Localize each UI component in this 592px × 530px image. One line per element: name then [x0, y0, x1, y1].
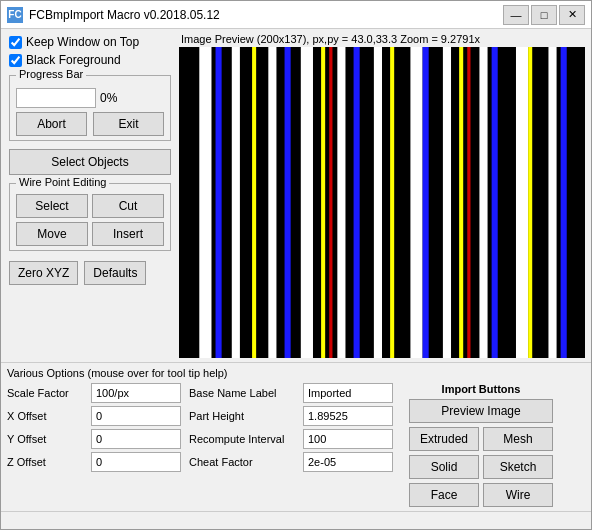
keep-window-checkbox[interactable] [9, 36, 22, 49]
abort-exit-row: Abort Exit [16, 112, 164, 136]
black-foreground-row: Black Foreground [9, 53, 171, 67]
preview-svg [179, 47, 585, 358]
recompute-input[interactable] [303, 429, 393, 449]
preview-image-button[interactable]: Preview Image [409, 399, 553, 423]
import-title: Import Buttons [409, 383, 553, 395]
cheat-factor-input[interactable] [303, 452, 393, 472]
base-name-input[interactable] [303, 383, 393, 403]
options-label: Various Options (mouse over for tool tip… [7, 367, 585, 379]
progress-percent: 0% [100, 91, 117, 105]
svg-rect-10 [516, 47, 528, 358]
recompute-row: Recompute Interval [189, 429, 393, 449]
image-header: Image Preview (200x137), px,py = 43.0,33… [179, 33, 585, 45]
titlebar: FC FCBmpImport Macro v0.2018.05.12 — □ ✕ [1, 1, 591, 29]
left-options: Scale Factor X Offset Y Offset Z Offset [7, 383, 181, 507]
zero-xyz-button[interactable]: Zero XYZ [9, 261, 78, 285]
main-window: FC FCBmpImport Macro v0.2018.05.12 — □ ✕… [0, 0, 592, 530]
svg-rect-5 [337, 47, 345, 358]
right-panel: Image Preview (200x137), px,py = 43.0,33… [179, 29, 591, 362]
bottom-controls: Zero XYZ Defaults [9, 261, 171, 285]
bottom-options: Various Options (mouse over for tool tip… [1, 362, 591, 511]
face-button[interactable]: Face [409, 483, 479, 507]
statusbar [1, 511, 591, 529]
left-panel: Keep Window on Top Black Foreground Prog… [1, 29, 179, 362]
move-button[interactable]: Move [16, 222, 88, 246]
part-height-row: Part Height [189, 406, 393, 426]
window-title: FCBmpImport Macro v0.2018.05.12 [29, 8, 503, 22]
black-foreground-checkbox[interactable] [9, 54, 22, 67]
scale-factor-row: Scale Factor [7, 383, 181, 403]
z-offset-input[interactable] [91, 452, 181, 472]
progress-group: Progress Bar 0% Abort Exit [9, 75, 171, 141]
minimize-button[interactable]: — [503, 5, 529, 25]
svg-rect-1 [199, 47, 211, 358]
x-offset-label: X Offset [7, 410, 87, 422]
progress-row: 0% [16, 88, 164, 108]
sketch-button[interactable]: Sketch [483, 455, 553, 479]
svg-rect-21 [459, 47, 463, 358]
keep-window-row: Keep Window on Top [9, 35, 171, 49]
svg-rect-2 [232, 47, 240, 358]
svg-rect-6 [374, 47, 382, 358]
x-offset-input[interactable] [91, 406, 181, 426]
recompute-label: Recompute Interval [189, 433, 299, 445]
wire-button[interactable]: Wire [483, 483, 553, 507]
svg-rect-22 [528, 47, 532, 358]
cut-button[interactable]: Cut [92, 194, 164, 218]
part-height-input[interactable] [303, 406, 393, 426]
scale-factor-input[interactable] [91, 383, 181, 403]
base-name-label: Base Name Label [189, 387, 299, 399]
right-options: Base Name Label Part Height Recompute In… [189, 383, 553, 507]
scale-factor-label: Scale Factor [7, 387, 87, 399]
image-preview-container [179, 47, 585, 358]
y-offset-input[interactable] [91, 429, 181, 449]
import-grid: Preview Image Extruded Mesh Solid Sketch… [409, 399, 553, 507]
svg-rect-11 [548, 47, 556, 358]
x-offset-row: X Offset [7, 406, 181, 426]
progress-group-label: Progress Bar [16, 68, 86, 80]
select-button[interactable]: Select [16, 194, 88, 218]
keep-window-label: Keep Window on Top [26, 35, 139, 49]
y-offset-label: Y Offset [7, 433, 87, 445]
svg-rect-23 [329, 47, 332, 358]
z-offset-label: Z Offset [7, 456, 87, 468]
maximize-button[interactable]: □ [531, 5, 557, 25]
wire-point-group: Wire Point Editing Select Cut Move Inser… [9, 183, 171, 251]
svg-rect-13 [285, 47, 291, 358]
svg-rect-14 [354, 47, 360, 358]
base-name-row: Base Name Label [189, 383, 393, 403]
bottom-inner: Scale Factor X Offset Y Offset Z Offset [7, 383, 585, 507]
svg-rect-17 [561, 47, 567, 358]
wire-point-label: Wire Point Editing [16, 176, 109, 188]
svg-rect-16 [492, 47, 498, 358]
abort-button[interactable]: Abort [16, 112, 87, 136]
cheat-factor-label: Cheat Factor [189, 456, 299, 468]
svg-rect-12 [216, 47, 222, 358]
svg-rect-3 [268, 47, 276, 358]
insert-button[interactable]: Insert [92, 222, 164, 246]
svg-rect-8 [443, 47, 451, 358]
svg-rect-15 [423, 47, 429, 358]
window-controls: — □ ✕ [503, 5, 585, 25]
z-offset-row: Z Offset [7, 452, 181, 472]
cheat-factor-row: Cheat Factor [189, 452, 393, 472]
middle-options: Base Name Label Part Height Recompute In… [189, 383, 393, 507]
svg-rect-4 [301, 47, 313, 358]
main-content: Keep Window on Top Black Foreground Prog… [1, 29, 591, 362]
solid-button[interactable]: Solid [409, 455, 479, 479]
part-height-label: Part Height [189, 410, 299, 422]
select-objects-button[interactable]: Select Objects [9, 149, 171, 175]
wire-point-grid: Select Cut Move Insert [16, 194, 164, 246]
svg-rect-20 [390, 47, 394, 358]
svg-rect-9 [479, 47, 487, 358]
app-icon: FC [7, 7, 23, 23]
image-canvas [179, 47, 585, 358]
y-offset-row: Y Offset [7, 429, 181, 449]
defaults-button[interactable]: Defaults [84, 261, 146, 285]
svg-rect-24 [467, 47, 470, 358]
close-button[interactable]: ✕ [559, 5, 585, 25]
progress-input[interactable] [16, 88, 96, 108]
mesh-button[interactable]: Mesh [483, 427, 553, 451]
extruded-button[interactable]: Extruded [409, 427, 479, 451]
exit-button[interactable]: Exit [93, 112, 164, 136]
